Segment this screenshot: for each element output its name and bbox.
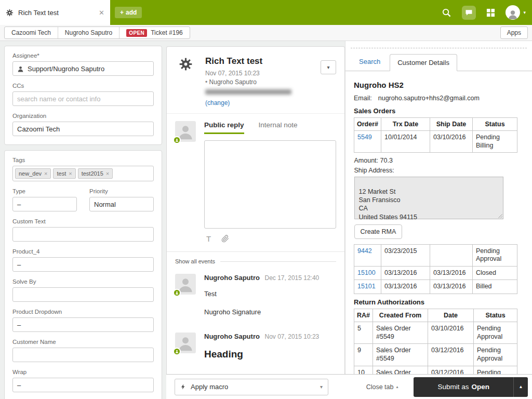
create-rma-button[interactable]: Create RMA: [354, 224, 403, 239]
ra-number-cell: 9: [354, 344, 373, 366]
ticket-type-gear-icon: [175, 56, 196, 107]
tags-label: Tags: [12, 157, 154, 163]
ticket-options-button[interactable]: ▾: [321, 60, 336, 74]
submit-options-button[interactable]: ▲: [513, 377, 528, 397]
event-header: Nugroho Saputro Dec 17, 2015 12:40: [204, 274, 336, 282]
product-dropdown-field: Product Dropdown –: [12, 309, 154, 332]
order-number-link[interactable]: 5549: [357, 134, 372, 141]
tag-remove-icon[interactable]: ×: [69, 170, 72, 177]
ccs-input[interactable]: [12, 91, 154, 106]
breadcrumb-organization[interactable]: Cazoomi Tech: [5, 27, 58, 38]
event-avatar: [175, 332, 196, 353]
status-cell: Closed: [473, 266, 517, 280]
column-header: Trx Date: [381, 118, 430, 131]
event-author[interactable]: Nugroho Saputro: [204, 274, 260, 282]
user-avatar[interactable]: [506, 5, 520, 20]
ticket-gear-icon: [6, 9, 14, 17]
conversation-event: Nugroho Saputro Nov 07, 2015 10:23 Headi…: [167, 324, 344, 368]
event-author[interactable]: Nugroho Saputro: [204, 332, 260, 340]
topbar-icons: ▾: [442, 5, 532, 20]
product-dropdown-select[interactable]: –: [12, 317, 154, 332]
ticket-tab-label: Rich Text test: [18, 9, 94, 17]
macro-caret-icon: ▾: [320, 384, 323, 390]
tag-remove-icon[interactable]: ×: [44, 170, 47, 177]
apply-macro-label: Apply macro: [191, 383, 228, 391]
person-icon: [17, 65, 24, 72]
ship-date-cell: [430, 244, 473, 266]
ccs-label: CCs: [12, 83, 154, 89]
created-from-cell: Sales Order #5549: [373, 344, 428, 366]
search-icon[interactable]: [442, 8, 451, 18]
event-signature: Nugroho Signature: [204, 308, 336, 316]
sales-order-row: 15100 03/13/2016 03/13/2016 Closed: [354, 266, 517, 280]
apps-grid-icon[interactable]: [486, 8, 495, 17]
email-label: Email:: [354, 95, 372, 102]
close-tab-control[interactable]: Close tab ▴: [366, 383, 398, 391]
apply-macro-button[interactable]: Apply macro ▾: [175, 379, 328, 395]
product-dropdown-value: –: [17, 321, 21, 329]
event-heading-text: Heading: [204, 349, 336, 360]
tab-search[interactable]: Search: [353, 54, 387, 71]
solve-by-input[interactable]: [12, 287, 154, 302]
wrap-value: –: [17, 381, 21, 389]
breadcrumb-ticket[interactable]: OPEN Ticket #196: [119, 27, 190, 38]
tab-public-reply[interactable]: Public reply: [204, 121, 244, 134]
tab-customer-details[interactable]: Customer Details: [390, 54, 457, 71]
chat-icon[interactable]: [462, 6, 476, 20]
text-format-icon[interactable]: T: [206, 234, 211, 243]
add-tab-button[interactable]: + add: [115, 7, 142, 18]
order-number-link[interactable]: 15101: [357, 283, 376, 290]
tag-label: test2015: [82, 170, 103, 177]
wrap-select[interactable]: –: [12, 378, 154, 392]
breadcrumb-requester[interactable]: Nugroho Saputro: [58, 27, 119, 38]
organization-input[interactable]: [12, 122, 154, 136]
ticket-requester-line: • Nugroho Saputro: [205, 78, 291, 87]
return-auth-row: 5 Sales Order #5549 03/10/2016 Pending A…: [354, 322, 517, 344]
customer-email-row: Email: nugroho.saputro+hhs2@gmail.com: [354, 95, 524, 102]
priority-label: Priority: [89, 188, 154, 194]
user-menu-caret-icon[interactable]: ▾: [523, 10, 526, 15]
product-dropdown-label: Product Dropdown: [12, 309, 154, 315]
breadcrumb-org-label: Cazoomi Tech: [11, 29, 51, 36]
resize-handle[interactable]: [497, 213, 502, 218]
trx-date-cell: 03/13/2016: [381, 266, 430, 280]
bullet-icon: •: [205, 78, 207, 86]
tag-chip: test2015 ×: [78, 168, 113, 179]
priority-select[interactable]: Normal: [89, 197, 154, 211]
top-nav-bar: Rich Text test ✕ + add ▾: [0, 0, 532, 25]
attachment-icon[interactable]: [221, 235, 229, 243]
ticket-conversation-column: Rich Text test Nov 07, 2015 10:23 • Nugr…: [166, 41, 345, 399]
type-value: –: [17, 201, 21, 208]
event-text: Test: [204, 290, 336, 298]
tag-chip: new_dev ×: [15, 168, 51, 179]
ticket-date: Nov 07, 2015 10:23: [205, 69, 291, 78]
show-all-events-link[interactable]: Show all events: [175, 258, 215, 264]
column-header: Ship Date: [430, 118, 473, 131]
ticket-tab[interactable]: Rich Text test ✕: [0, 0, 110, 25]
assignee-input[interactable]: Support/Nugroho Saputro: [12, 61, 154, 76]
tab-close-icon[interactable]: ✕: [99, 9, 104, 17]
apps-button[interactable]: Apps: [500, 26, 528, 39]
type-field: Type –: [12, 188, 77, 211]
sales-order-row: 5549 10/01/2014 03/10/2016 Pending Billi…: [354, 131, 517, 153]
reply-textarea[interactable]: [204, 140, 336, 229]
close-tab-label: Close tab: [366, 383, 394, 391]
change-requester-link[interactable]: (change): [205, 99, 230, 107]
status-cell: Pending Approval: [474, 322, 517, 344]
online-presence-badge: [173, 136, 181, 144]
product4-select[interactable]: –: [12, 257, 154, 272]
trx-date-cell: 03/13/2016: [381, 280, 430, 294]
type-select[interactable]: –: [12, 197, 77, 211]
submit-as-open-button[interactable]: Submit as Open: [414, 377, 513, 397]
lightning-icon: [180, 383, 186, 391]
order-number-link[interactable]: 15100: [357, 269, 376, 276]
customer-name-input[interactable]: [12, 348, 154, 362]
custom-text-input[interactable]: [12, 227, 154, 242]
tags-input[interactable]: new_dev × test × test2015 ×: [12, 166, 154, 181]
ship-address-box[interactable]: 12 Market St San Fransisco CA United Sta…: [354, 177, 503, 219]
composer-body: Public reply Internal note T: [204, 121, 336, 243]
tag-remove-icon[interactable]: ×: [106, 170, 109, 177]
tag-chip: test ×: [53, 168, 75, 179]
order-number-link[interactable]: 9442: [357, 247, 372, 255]
tab-internal-note[interactable]: Internal note: [259, 121, 298, 134]
